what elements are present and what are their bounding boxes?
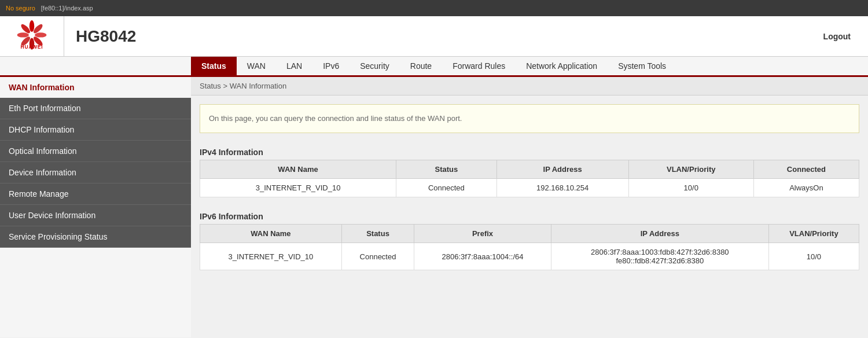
logo-area: HUAWEI bbox=[0, 16, 64, 56]
ipv6-col-ip: IP Address bbox=[551, 225, 768, 243]
url-bar: [fe80::1]/index.asp bbox=[41, 5, 93, 12]
ipv4-row-ip: 192.168.10.254 bbox=[496, 179, 628, 197]
main-content: Status > WAN Information On this page, y… bbox=[191, 77, 868, 337]
ipv6-ip-line1: 2806:3f7:8aaa:1003:fdb8:427f:32d6:8380 bbox=[591, 248, 729, 256]
ipv4-col-vlan: VLAN/Priority bbox=[628, 160, 753, 179]
nav-item-route[interactable]: Route bbox=[400, 57, 442, 75]
logout-button[interactable]: Logout bbox=[823, 32, 851, 41]
svg-point-6 bbox=[17, 32, 29, 37]
svg-point-0 bbox=[30, 20, 34, 32]
nav-item-system-tools[interactable]: System Tools bbox=[608, 57, 676, 75]
ipv4-row-wan-name: 3_INTERNET_R_VID_10 bbox=[200, 179, 396, 197]
ipv4-row-status: Connected bbox=[396, 179, 497, 197]
ipv6-row-wan-name: 3_INTERNET_R_VID_10 bbox=[200, 243, 342, 270]
ipv6-row-prefix: 2806:3f7:8aaa:1004::/64 bbox=[414, 243, 551, 270]
security-warning: No seguro bbox=[6, 5, 35, 12]
sidebar-item-device[interactable]: Device Information bbox=[0, 162, 191, 183]
model-title: HG8042 bbox=[64, 16, 136, 56]
nav-item-status[interactable]: Status bbox=[191, 57, 237, 75]
ipv4-row-vlan: 10/0 bbox=[628, 179, 753, 197]
content-layout: WAN Information Eth Port Information DHC… bbox=[0, 77, 868, 337]
nav-item-forward-rules[interactable]: Forward Rules bbox=[442, 57, 516, 75]
sidebar-item-eth-port[interactable]: Eth Port Information bbox=[0, 98, 191, 119]
logout-area: Logout bbox=[823, 16, 868, 56]
breadcrumb: Status > WAN Information bbox=[191, 77, 868, 95]
browser-bar: No seguro [fe80::1]/index.asp bbox=[0, 0, 868, 16]
nav-item-wan[interactable]: WAN bbox=[237, 57, 276, 75]
sidebar-item-remote-manage[interactable]: Remote Manage bbox=[0, 183, 191, 205]
sidebar-item-optical[interactable]: Optical Information bbox=[0, 141, 191, 162]
ipv6-section-title: IPv6 Information bbox=[191, 206, 868, 224]
ipv4-section-title: IPv4 Information bbox=[191, 142, 868, 160]
ipv6-col-wan-name: WAN Name bbox=[200, 225, 342, 243]
ipv4-table: WAN Name Status IP Address VLAN/Priority… bbox=[200, 160, 859, 197]
svg-point-2 bbox=[35, 32, 46, 37]
sidebar-item-service-provisioning[interactable]: Service Provisioning Status bbox=[0, 226, 191, 248]
ipv6-row-vlan: 10/0 bbox=[768, 243, 859, 270]
page-wrapper: HUAWEI HG8042 Logout StatusWANLANIPv6Sec… bbox=[0, 16, 868, 338]
ipv4-col-status: Status bbox=[396, 160, 497, 179]
sidebar-item-dhcp[interactable]: DHCP Information bbox=[0, 119, 191, 141]
ipv6-ip-line2: fe80::fdb8:427f:32d6:8380 bbox=[616, 256, 704, 265]
svg-text:HUAWEI: HUAWEI bbox=[21, 44, 43, 50]
ipv4-col-connected: Connected bbox=[753, 160, 859, 179]
ipv6-table: WAN Name Status Prefix IP Address VLAN/P… bbox=[200, 224, 859, 270]
nav-item-security[interactable]: Security bbox=[350, 57, 400, 75]
nav-item-ipv6[interactable]: IPv6 bbox=[312, 57, 350, 75]
sidebar-item-user-device[interactable]: User Device Information bbox=[0, 205, 191, 226]
ipv4-row: 3_INTERNET_R_VID_10 Connected 192.168.10… bbox=[200, 179, 859, 197]
ipv6-row: 3_INTERNET_R_VID_10 Connected 2806:3f7:8… bbox=[200, 243, 859, 270]
nav-item-network-application[interactable]: Network Application bbox=[516, 57, 608, 75]
ipv6-col-status: Status bbox=[341, 225, 414, 243]
ipv6-col-vlan: VLAN/Priority bbox=[768, 225, 859, 243]
ipv4-row-connected: AlwaysOn bbox=[753, 179, 859, 197]
ipv6-col-prefix: Prefix bbox=[414, 225, 551, 243]
ipv4-col-wan-name: WAN Name bbox=[200, 160, 396, 179]
info-box: On this page, you can query the connecti… bbox=[200, 104, 859, 133]
nav-bar: StatusWANLANIPv6SecurityRouteForward Rul… bbox=[0, 57, 868, 77]
ipv6-row-status: Connected bbox=[341, 243, 414, 270]
sidebar: WAN Information Eth Port Information DHC… bbox=[0, 77, 191, 337]
ipv4-col-ip: IP Address bbox=[496, 160, 628, 179]
ipv6-row-ip: 2806:3f7:8aaa:1003:fdb8:427f:32d6:8380 f… bbox=[551, 243, 768, 270]
header: HUAWEI HG8042 Logout bbox=[0, 16, 868, 57]
nav-item-lan[interactable]: LAN bbox=[276, 57, 312, 75]
sidebar-title: WAN Information bbox=[0, 77, 191, 98]
huawei-logo-icon: HUAWEI bbox=[12, 20, 52, 52]
